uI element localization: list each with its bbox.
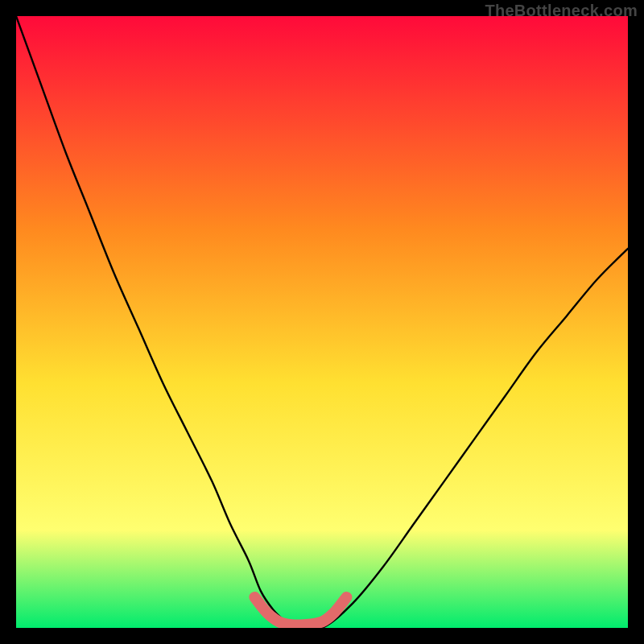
- watermark-text: TheBottleneck.com: [485, 2, 638, 20]
- chart-plot-area: [16, 16, 628, 628]
- chart-svg: [16, 16, 628, 628]
- chart-background-gradient: [16, 16, 628, 628]
- chart-frame: TheBottleneck.com: [0, 0, 644, 644]
